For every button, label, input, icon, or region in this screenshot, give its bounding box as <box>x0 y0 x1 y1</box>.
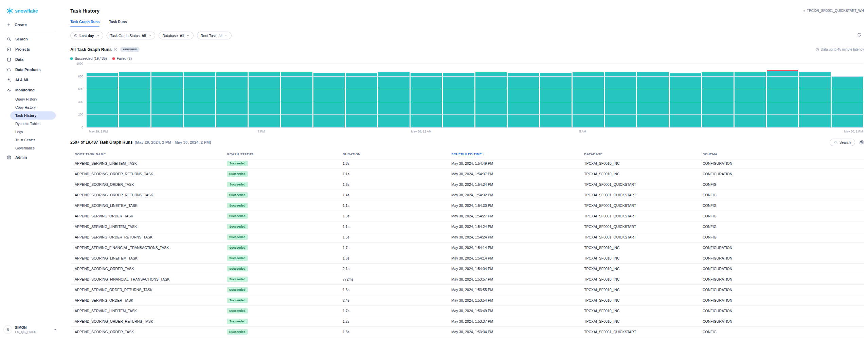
bar-hour-bucket[interactable] <box>313 73 345 128</box>
table-search-button[interactable]: Search <box>830 139 855 146</box>
bar-hour-bucket[interactable] <box>735 72 766 128</box>
table-row[interactable]: APPEND_SCORING_ORDER_TASK Succeeded 1.6s… <box>70 179 864 190</box>
bar-hour-bucket[interactable] <box>281 72 312 128</box>
refresh-button[interactable] <box>857 32 864 39</box>
sidebar-item-projects[interactable]: Projects <box>0 44 60 54</box>
table-row[interactable]: APPEND_SCORING_ORDER_TASK Succeeded 1.8s… <box>70 327 864 337</box>
bar-hour-bucket[interactable] <box>475 72 507 128</box>
sidebar-item-task-history[interactable]: Task History <box>10 111 56 120</box>
table-row[interactable]: APPEND_SCORING_LINEITEM_TASK Succeeded 1… <box>70 200 864 211</box>
column-header-database[interactable]: DATABASE <box>584 152 703 156</box>
database-filter[interactable]: Database All <box>159 32 193 39</box>
cloud-icon <box>7 68 11 72</box>
sidebar-item-logs[interactable]: Logs <box>0 128 60 136</box>
bar-hour-bucket[interactable] <box>443 73 474 128</box>
bar-hour-bucket[interactable] <box>249 72 280 128</box>
bar-hour-bucket[interactable] <box>119 72 150 128</box>
cell-graph-status: Succeeded <box>227 213 343 219</box>
task-graph-status-filter[interactable]: Task Graph Status All <box>107 32 156 39</box>
column-header-root-task-name[interactable]: ROOT TASK NAME <box>70 152 227 156</box>
bar-hour-bucket[interactable] <box>87 73 118 128</box>
table-row[interactable]: APPEND_SCORING_ORDER_RETURNS_TASK Succee… <box>70 169 864 179</box>
cell-root-task-name: APPEND_SCORING_LINEITEM_TASK <box>70 203 227 208</box>
table-row[interactable]: APPEND_SERVING_ORDER_TASK Succeeded 2.4s… <box>70 295 864 306</box>
sidebar-item-governance[interactable]: Governance <box>0 144 60 152</box>
column-header-duration[interactable]: DURATION <box>343 152 451 156</box>
bar-segment-succeeded <box>216 72 248 128</box>
cell-duration: 1.3s <box>343 214 451 218</box>
sub-item-label: Task History <box>15 113 36 118</box>
table-row[interactable]: APPEND_SCORING_LINEITEM_TASK Succeeded 1… <box>70 253 864 264</box>
sidebar-item-data[interactable]: Data <box>0 54 60 65</box>
tab-task-runs[interactable]: Task Runs <box>109 20 127 27</box>
sidebar-item-monitoring[interactable]: Monitoring <box>0 85 60 95</box>
table-row[interactable]: APPEND_SERVING_ORDER_RETURNS_TASK Succee… <box>70 285 864 295</box>
table-row[interactable]: APPEND_SERVING_FINANCIAL_TRANSACTIONS_TA… <box>70 243 864 253</box>
create-button[interactable]: Create <box>0 15 60 31</box>
cell-root-task-name: APPEND_SERVING_LINEITEM_TASK <box>70 309 227 313</box>
info-icon[interactable] <box>114 48 117 51</box>
bar-hour-bucket[interactable] <box>605 72 636 128</box>
sidebar-item-dynamic-tables[interactable]: Dynamic Tables <box>0 120 60 128</box>
table-row[interactable]: APPEND_SERVING_ORDER_RETURNS_TASK Succee… <box>70 232 864 243</box>
table-row[interactable]: APPEND_SCORING_ORDER_TASK Succeeded 2.1s… <box>70 264 864 274</box>
bar-hour-bucket[interactable] <box>573 72 604 128</box>
bar-hour-bucket[interactable] <box>508 73 539 128</box>
bar-hour-bucket[interactable] <box>411 73 442 128</box>
bar-hour-bucket[interactable] <box>767 70 798 128</box>
table-row[interactable]: APPEND_SERVING_LINEITEM_TASK Succeeded 1… <box>70 158 864 169</box>
bar-hour-bucket[interactable] <box>378 72 409 128</box>
table-row[interactable]: APPEND_SERVING_ORDER_TASK Succeeded 1.3s… <box>70 211 864 221</box>
page-title: Task History <box>70 8 100 14</box>
bar-hour-bucket[interactable] <box>184 72 215 128</box>
column-header-graph-status[interactable]: GRAPH STATUS <box>227 152 343 156</box>
export-results-icon[interactable] <box>859 140 864 145</box>
table-row[interactable]: APPEND_SERVING_LINEITEM_TASK Succeeded 1… <box>70 306 864 316</box>
bar-hour-bucket[interactable] <box>151 72 183 128</box>
sidebar-item-trust-center[interactable]: Trust Center <box>0 136 60 144</box>
time-range-filter[interactable]: Last day <box>70 32 103 39</box>
user-menu[interactable]: S SIMON FS_QS_ROLE <box>3 325 57 334</box>
search-icon <box>834 141 837 144</box>
table-count: 250+ of 19,437 Task Graph Runs <box>70 140 133 145</box>
snowflake-wordmark: snowflake <box>15 8 38 14</box>
cell-scheduled-time: May 30, 2024, 1:54:34 PM <box>451 182 584 186</box>
sub-item-label: Logs <box>15 130 23 134</box>
tab-task-graph-runs[interactable]: Task Graph Runs <box>70 20 100 27</box>
bar-hour-bucket[interactable] <box>216 72 248 128</box>
sidebar-item-ai-ml[interactable]: AI & ML <box>0 75 60 85</box>
cell-scheduled-time: May 30, 2024, 1:54:32 PM <box>451 193 584 197</box>
bar-hour-bucket[interactable] <box>670 73 701 128</box>
bar-hour-bucket[interactable] <box>637 72 668 128</box>
table-row[interactable]: APPEND_SCORING_FINANCIAL_TRANSACTIONS_TA… <box>70 274 864 285</box>
cell-graph-status: Succeeded <box>227 192 343 198</box>
x-axis-label: 7 PM <box>258 130 265 133</box>
sidebar-item-query-history[interactable]: Query History <box>0 95 60 103</box>
warehouse-selector[interactable]: TPCXAI_SF0001_QUICKSTART_WH <box>803 9 864 13</box>
sidebar-item-copy-history[interactable]: Copy History <box>0 103 60 111</box>
bar-segment-succeeded <box>702 72 733 128</box>
cell-scheduled-time: May 30, 2024, 1:54:14 PM <box>451 256 584 260</box>
column-header-scheduled-time[interactable]: SCHEDULED TIME↓ <box>451 152 584 156</box>
legend-failed[interactable]: Failed (2) <box>112 56 132 60</box>
sidebar-item-search[interactable]: Search <box>0 34 60 44</box>
cell-database: TPCXAI_SF0001_QUICKSTART <box>584 182 703 186</box>
legend-succeeded[interactable]: Succeeded (19,435) <box>70 56 107 60</box>
bar-hour-bucket[interactable] <box>540 73 571 128</box>
sidebar-item-data-products[interactable]: Data Products <box>0 65 60 75</box>
column-header-schema[interactable]: SCHEMA <box>703 152 864 156</box>
chart-x-axis: May 29, 2 PM7 PMMay 30, 12 AM5 AMMay 30,… <box>87 130 863 135</box>
bar-hour-bucket[interactable] <box>702 72 733 128</box>
table-row[interactable]: APPEND_SCORING_ORDER_RETURNS_TASK Succee… <box>70 316 864 327</box>
table-row[interactable]: APPEND_SERVING_LINEITEM_TASK Succeeded 1… <box>70 221 864 232</box>
sidebar-item-admin[interactable]: Admin <box>0 152 60 162</box>
cell-schema: CONFIGURATION <box>703 256 864 260</box>
snowflake-logo[interactable]: snowflake <box>0 0 60 15</box>
bar-segment-succeeded <box>799 72 830 128</box>
bar-hour-bucket[interactable] <box>799 72 830 128</box>
table-row[interactable]: APPEND_SCORING_ORDER_RETURNS_TASK Succee… <box>70 190 864 200</box>
cell-duration: 1.5s <box>343 235 451 239</box>
root-task-filter[interactable]: Root Task All <box>197 32 232 39</box>
cell-schema: CONFIGURATION <box>703 319 864 323</box>
bar-hour-bucket[interactable] <box>346 73 377 128</box>
